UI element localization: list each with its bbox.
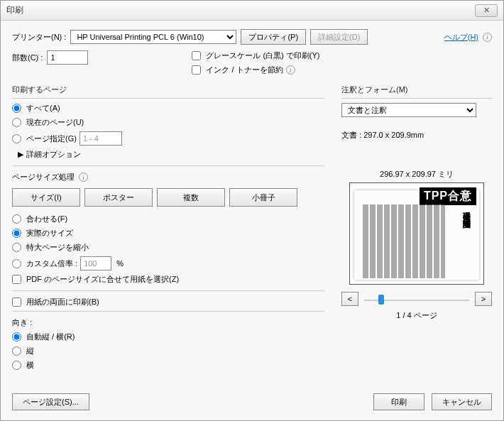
orient-auto-label[interactable]: 自動縦 / 横(R) xyxy=(26,332,75,342)
actual-label[interactable]: 実際のサイズ xyxy=(26,228,73,239)
actual-radio[interactable] xyxy=(12,229,21,238)
duplex-checkbox[interactable] xyxy=(12,297,21,307)
grayscale-checkbox[interactable] xyxy=(192,51,201,60)
titlebar: 印刷 ✕ xyxy=(1,1,503,21)
properties-button[interactable]: プロパティ(P) xyxy=(241,29,306,45)
preview-dimensions: 296.97 x 209.97 ミリ xyxy=(341,169,492,180)
grayscale-label[interactable]: グレースケール (白黒) で印刷(Y) xyxy=(206,50,319,61)
info-icon: i xyxy=(483,33,492,42)
choose-paper-label[interactable]: PDF のページサイズに合せて用紙を選択(Z) xyxy=(26,274,179,285)
annotations-title: 注釈とフォーム(M) xyxy=(341,84,492,99)
orient-auto-radio[interactable] xyxy=(12,332,21,341)
next-page-button[interactable]: > xyxy=(475,292,492,306)
shrink-label[interactable]: 特大ページを縮小 xyxy=(26,242,89,253)
cancel-button[interactable]: キャンセル xyxy=(432,393,492,410)
page-slider[interactable] xyxy=(364,292,469,306)
copies-input[interactable] xyxy=(47,50,88,65)
orient-landscape-label[interactable]: 横 xyxy=(26,360,34,371)
duplex-label[interactable]: 用紙の両面に印刷(B) xyxy=(26,297,99,307)
custom-scale-input[interactable] xyxy=(80,256,111,270)
tab-poster[interactable]: ポスター xyxy=(84,188,153,207)
orient-landscape-radio[interactable] xyxy=(12,361,21,370)
chevron-right-icon: ▶ xyxy=(18,150,23,159)
print-preview: TPP合意 環太平洋 巨大経済圏 xyxy=(349,182,484,285)
range-pages-radio[interactable] xyxy=(12,134,21,143)
advanced-settings-button[interactable]: 詳細設定(D) xyxy=(310,29,368,45)
sizing-title: ページサイズ処理 xyxy=(12,172,75,182)
document-size-label: 文書 : 297.0 x 209.9mm xyxy=(341,130,492,141)
printer-select[interactable]: HP Universal Printing PCL 6 (Win10) xyxy=(70,30,236,44)
orient-portrait-radio[interactable] xyxy=(12,346,21,356)
range-current-radio[interactable] xyxy=(12,118,21,127)
copies-label: 部数(C) : xyxy=(12,53,43,63)
annotations-select[interactable]: 文書と注釈 xyxy=(341,103,476,117)
savetoner-label[interactable]: インク / トナーを節約 xyxy=(206,65,283,75)
preview-headline: TPP合意 xyxy=(420,187,476,205)
prev-page-button[interactable]: < xyxy=(341,292,358,306)
info-icon: i xyxy=(79,173,88,182)
savetoner-checkbox[interactable] xyxy=(192,65,201,75)
page-range-title: 印刷するページ xyxy=(12,84,324,99)
page-indicator: 1 / 4 ページ xyxy=(341,310,492,321)
choose-paper-checkbox[interactable] xyxy=(12,275,21,284)
tab-size[interactable]: サイズ(I) xyxy=(12,188,80,207)
help-link[interactable]: ヘルプ(H) xyxy=(444,32,478,43)
advanced-options-label: 詳細オプション xyxy=(26,149,81,160)
window-title: 印刷 xyxy=(6,4,475,16)
shrink-radio[interactable] xyxy=(12,243,21,252)
print-button[interactable]: 印刷 xyxy=(373,393,424,410)
close-icon: ✕ xyxy=(483,6,490,15)
page-range-input[interactable] xyxy=(80,131,122,146)
orient-portrait-label[interactable]: 縦 xyxy=(26,346,34,356)
close-button[interactable]: ✕ xyxy=(475,4,498,17)
print-dialog: 印刷 ✕ プリンター(N) : HP Universal Printing PC… xyxy=(0,0,504,421)
fit-radio[interactable] xyxy=(12,214,21,224)
orientation-title: 向き : xyxy=(12,317,324,328)
tab-multiple[interactable]: 複数 xyxy=(157,188,225,207)
advanced-options-toggle[interactable]: ▶ 詳細オプション xyxy=(18,149,324,160)
printer-label: プリンター(N) : xyxy=(12,32,66,43)
range-all-label[interactable]: すべて(A) xyxy=(26,103,60,114)
page-setup-button[interactable]: ページ設定(S)... xyxy=(12,393,89,410)
range-pages-label[interactable]: ページ指定(G) xyxy=(26,133,77,144)
custom-scale-percent: % xyxy=(116,259,124,268)
info-icon: i xyxy=(286,65,295,75)
custom-scale-label[interactable]: カスタム倍率 : xyxy=(26,258,77,269)
preview-subheadline: 環太平洋 巨大経済圏 xyxy=(461,206,472,215)
custom-scale-radio[interactable] xyxy=(12,259,21,268)
tab-booklet[interactable]: 小冊子 xyxy=(229,188,297,207)
range-all-radio[interactable] xyxy=(12,104,21,113)
range-current-label[interactable]: 現在のページ(U) xyxy=(26,117,84,128)
fit-label[interactable]: 合わせる(F) xyxy=(26,214,67,224)
